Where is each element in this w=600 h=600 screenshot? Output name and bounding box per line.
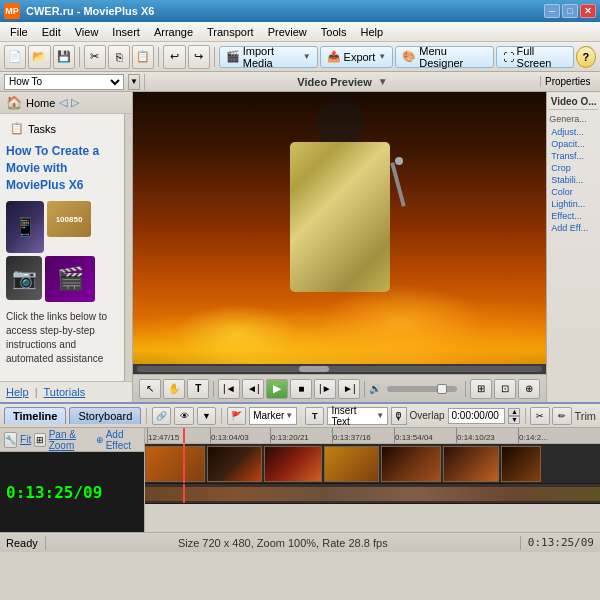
menu-designer-icon: 🎨	[402, 50, 416, 63]
tl-flag-button[interactable]: 🚩	[227, 407, 246, 425]
menu-tools[interactable]: Tools	[315, 24, 353, 40]
cut-button[interactable]: ✂	[84, 45, 106, 69]
menu-designer-button[interactable]: 🎨 Menu Designer	[395, 46, 493, 68]
pan-zoom-icon[interactable]: ⊞	[34, 433, 46, 447]
fullscreen-label: Full Screen	[517, 45, 567, 69]
tutorials-link[interactable]: Tutorials	[43, 386, 85, 398]
nav-back-icon[interactable]: ◁	[59, 96, 67, 109]
video-preview: ↖ ✋ T |◄ ◄| ▶ ■ |► ►| 🔊 ⊞ ⊡ ⊕	[133, 92, 546, 402]
menu-file[interactable]: File	[4, 24, 34, 40]
tools-button[interactable]: 🔧	[4, 432, 17, 448]
rewind-start-button[interactable]: |◄	[218, 379, 240, 399]
right-item-effects[interactable]: Effect...	[549, 210, 598, 222]
menu-preview[interactable]: Preview	[262, 24, 313, 40]
ruler-tick-4: 0:13:54/04	[394, 428, 433, 443]
video-scrollbar[interactable]	[133, 364, 546, 374]
right-item-lighting[interactable]: Lightin...	[549, 198, 598, 210]
right-item-adjust[interactable]: Adjust...	[549, 126, 598, 138]
step-forward-button[interactable]: |►	[314, 379, 336, 399]
trim-label: Trim	[574, 410, 596, 422]
menu-help[interactable]: Help	[355, 24, 390, 40]
timecode-display: 0:13:25/09	[0, 452, 144, 532]
extra-btn-2[interactable]: ⊡	[494, 379, 516, 399]
undo-button[interactable]: ↩	[163, 45, 185, 69]
play-button[interactable]: ▶	[266, 379, 288, 399]
microphone-button[interactable]: 🎙	[391, 407, 406, 425]
track-clip-4[interactable]	[324, 446, 379, 482]
left-scrollbar[interactable]	[124, 114, 132, 381]
fit-label[interactable]: Fit	[20, 434, 31, 445]
video-canvas	[133, 92, 546, 364]
menu-transport[interactable]: Transport	[201, 24, 260, 40]
menu-insert[interactable]: Insert	[106, 24, 146, 40]
marker-dropdown[interactable]: Marker ▼	[249, 407, 297, 425]
tl-view-button[interactable]: 👁	[174, 407, 193, 425]
maximize-button[interactable]: □	[562, 4, 578, 18]
overlap-down[interactable]: ▼	[508, 416, 520, 424]
menu-edit[interactable]: Edit	[36, 24, 67, 40]
right-item-opacity[interactable]: Opacit...	[549, 138, 598, 150]
extra-btn-1[interactable]: ⊞	[470, 379, 492, 399]
help-link[interactable]: Help	[6, 386, 29, 398]
insert-text-dropdown-arrow: ▼	[376, 411, 384, 420]
right-item-crop[interactable]: Crop	[549, 162, 598, 174]
import-media-button[interactable]: 🎬 Import Media ▼	[219, 46, 318, 68]
save-button[interactable]: 💾	[53, 45, 75, 69]
track-clip-2[interactable]	[207, 446, 262, 482]
redo-button[interactable]: ↪	[188, 45, 210, 69]
right-item-color[interactable]: Color	[549, 186, 598, 198]
tl-dropdown-button[interactable]: ▼	[197, 407, 216, 425]
menu-view[interactable]: View	[69, 24, 105, 40]
howto-dropdown-arrow[interactable]: ▼	[128, 74, 140, 90]
close-button[interactable]: ✕	[580, 4, 596, 18]
copy-button[interactable]: ⎘	[108, 45, 130, 69]
tl-text-icon[interactable]: T	[305, 407, 324, 425]
pan-tool-button[interactable]: ✋	[163, 379, 185, 399]
select-tool-button[interactable]: ↖	[139, 379, 161, 399]
storyboard-tab[interactable]: Storyboard	[69, 407, 141, 424]
tl-sep-1	[146, 408, 147, 424]
export-icon: 📤	[327, 50, 341, 63]
add-effect-label[interactable]: ⊕ Add Effect	[96, 429, 140, 451]
cut-clips-button[interactable]: ✂	[530, 407, 550, 425]
stop-button[interactable]: ■	[290, 379, 312, 399]
open-button[interactable]: 📂	[28, 45, 50, 69]
track-clip-6[interactable]	[443, 446, 499, 482]
extra-btn-3[interactable]: ⊕	[518, 379, 540, 399]
howto-camera-img: 📷	[6, 256, 42, 300]
fullscreen-button[interactable]: ⛶ Full Screen	[496, 46, 574, 68]
properties-label: Properties	[545, 76, 591, 87]
tl-pencil-button[interactable]: ✏	[552, 407, 572, 425]
new-button[interactable]: 📄	[4, 45, 26, 69]
minimize-button[interactable]: ─	[544, 4, 560, 18]
track-clip-1[interactable]	[145, 446, 205, 482]
paste-button[interactable]: 📋	[132, 45, 154, 69]
right-item-add-effect[interactable]: Add Eff...	[549, 222, 598, 234]
overlap-time: 0:00:00/00	[448, 408, 506, 424]
nav-forward-icon[interactable]: ▷	[71, 96, 79, 109]
volume-slider[interactable]	[387, 386, 457, 392]
overlap-spinner[interactable]: ▲ ▼	[508, 408, 520, 424]
timeline-tab[interactable]: Timeline	[4, 407, 66, 424]
content-area: 🏠 Home ◁ ▷ 📋 Tasks How To Create a Movie…	[0, 92, 600, 402]
text-tool-button[interactable]: T	[187, 379, 209, 399]
timeline-ruler: 12:47/15 0:13:04/03 0:13:20/21 0:13:37/1…	[145, 428, 600, 444]
track-clip-7[interactable]	[501, 446, 541, 482]
right-item-transform[interactable]: Transf...	[549, 150, 598, 162]
step-back-button[interactable]: ◄|	[242, 379, 264, 399]
timeline-left-gutter: 🔧 Fit ⊞ Pan & Zoom ⊕ Add Effect 0:13:25/…	[0, 428, 145, 532]
export-button[interactable]: 📤 Export ▼	[320, 46, 394, 68]
pan-zoom-label[interactable]: Pan & Zoom	[49, 429, 93, 451]
fast-forward-button[interactable]: ►|	[338, 379, 360, 399]
howto-select[interactable]: How To	[4, 74, 124, 90]
tasks-item[interactable]: 📋 Tasks	[6, 120, 118, 137]
link-button[interactable]: 🔗	[152, 407, 171, 425]
insert-text-dropdown[interactable]: Insert Text ▼	[327, 407, 388, 425]
help-button[interactable]: ?	[576, 46, 596, 68]
track-clip-3[interactable]	[264, 446, 322, 482]
track-clip-5[interactable]	[381, 446, 441, 482]
video-scrollbar-thumb	[299, 366, 329, 372]
menu-arrange[interactable]: Arrange	[148, 24, 199, 40]
right-item-stabilize[interactable]: Stabili...	[549, 174, 598, 186]
overlap-up[interactable]: ▲	[508, 408, 520, 416]
